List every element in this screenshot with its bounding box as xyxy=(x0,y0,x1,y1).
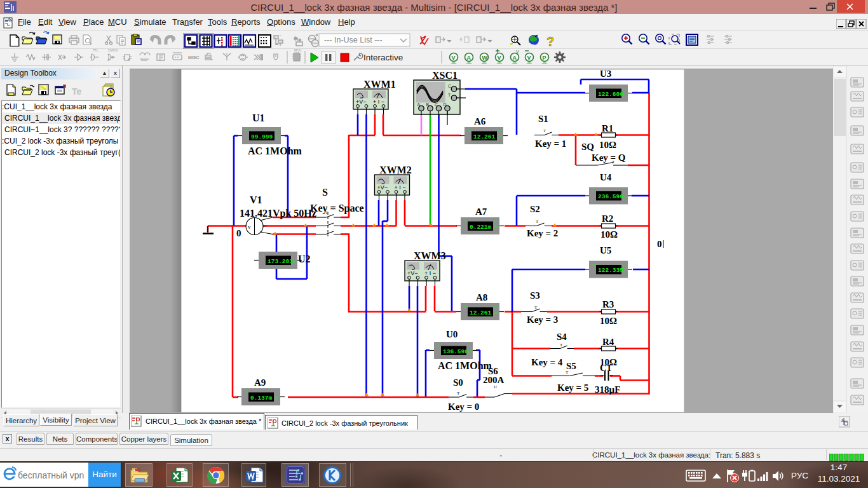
svg-text:MCU: MCU xyxy=(294,49,302,52)
svg-text:U4: U4 xyxy=(600,172,612,182)
svg-text:U5: U5 xyxy=(600,245,611,255)
svg-text:R1: R1 xyxy=(602,123,613,133)
svg-text:CMOS: CMOS xyxy=(108,49,118,52)
svg-text:+V−: +V− xyxy=(356,98,367,105)
svg-text:v: v xyxy=(248,224,251,230)
svg-text:A: A xyxy=(513,55,517,61)
svg-text:−: − xyxy=(494,303,497,309)
svg-text:318µF: 318µF xyxy=(595,384,620,395)
svg-text:−: − xyxy=(622,261,625,268)
svg-text:0.221m: 0.221m xyxy=(470,224,492,231)
svg-text:Key = Space: Key = Space xyxy=(310,203,364,214)
svg-text:XWM1: XWM1 xyxy=(363,79,396,90)
svg-text:+: + xyxy=(592,262,595,268)
svg-text:Interactive: Interactive xyxy=(363,53,403,62)
svg-text:A: A xyxy=(494,310,498,316)
svg-text:T: T xyxy=(536,219,539,224)
svg-text:MISC: MISC xyxy=(188,55,200,60)
svg-text:+ I −: + I − xyxy=(395,184,406,191)
svg-text:W: W xyxy=(482,55,488,61)
svg-text:A: A xyxy=(498,134,502,140)
svg-text:S1: S1 xyxy=(538,114,548,124)
svg-text:SQ: SQ xyxy=(581,142,594,152)
svg-text:T: T xyxy=(534,305,538,310)
svg-text:10Ω: 10Ω xyxy=(600,229,618,240)
svg-text:+V−: +V− xyxy=(407,270,418,276)
svg-text:+: + xyxy=(245,389,248,395)
svg-text:U1: U1 xyxy=(252,112,265,123)
svg-text:V: V xyxy=(276,134,280,140)
svg-text:S5: S5 xyxy=(566,361,576,371)
svg-text:141.421Vpk 50Hz: 141.421Vpk 50Hz xyxy=(240,208,316,219)
svg-text:V: V xyxy=(623,194,627,200)
svg-text:−: − xyxy=(275,388,278,395)
svg-text:99.999: 99.999 xyxy=(251,133,273,140)
svg-text:Key = 0: Key = 0 xyxy=(448,402,479,412)
svg-text:A6: A6 xyxy=(474,116,486,126)
svg-text:S: S xyxy=(322,187,328,198)
svg-text:136.598: 136.598 xyxy=(443,348,468,355)
svg-text:S4: S4 xyxy=(557,332,567,342)
svg-text:V: V xyxy=(292,259,296,264)
svg-text:C: C xyxy=(435,102,438,107)
svg-text:+: + xyxy=(464,218,467,224)
svg-text:12.261: 12.261 xyxy=(470,309,492,316)
svg-text:+: + xyxy=(464,304,467,310)
svg-text:T: T xyxy=(543,128,546,133)
svg-text:Te: Te xyxy=(72,86,82,97)
svg-text:A9: A9 xyxy=(254,377,266,388)
svg-text:S0: S0 xyxy=(453,377,463,388)
svg-text:+: + xyxy=(592,85,595,92)
svg-text:AC 1MOhm: AC 1MOhm xyxy=(438,360,492,371)
svg-text:+: + xyxy=(245,128,248,134)
svg-text:V: V xyxy=(452,55,456,61)
svg-text:XSC1: XSC1 xyxy=(432,70,458,81)
svg-text:AC 1MOhm: AC 1MOhm xyxy=(248,146,302,156)
svg-text:−: − xyxy=(467,342,470,348)
svg-text:+V−: +V− xyxy=(377,184,388,191)
svg-text:−: − xyxy=(622,187,625,194)
svg-text:V1: V1 xyxy=(250,194,262,205)
svg-text:U3: U3 xyxy=(600,69,611,79)
svg-text:+: + xyxy=(437,342,440,349)
svg-text:R4: R4 xyxy=(602,337,614,347)
svg-text:+: + xyxy=(262,252,265,259)
svg-text:?: ? xyxy=(546,34,554,48)
svg-text:U0: U0 xyxy=(446,329,458,339)
svg-text:−: − xyxy=(498,127,501,133)
svg-text:A7: A7 xyxy=(475,207,487,217)
svg-text:0.137m: 0.137m xyxy=(250,395,273,402)
svg-text:A8: A8 xyxy=(476,292,487,302)
svg-text:Key = Q: Key = Q xyxy=(592,152,626,163)
svg-text:S3: S3 xyxy=(530,290,540,301)
svg-text:122.335: 122.335 xyxy=(598,267,623,274)
svg-text:D: D xyxy=(444,102,447,107)
svg-text:+: + xyxy=(592,188,595,194)
svg-text:0: 0 xyxy=(236,228,241,238)
svg-text:Key = 2: Key = 2 xyxy=(527,228,558,238)
svg-text:R2: R2 xyxy=(602,214,613,224)
svg-text:A: A xyxy=(494,224,498,230)
svg-text:A: A xyxy=(467,55,471,61)
svg-text:V: V xyxy=(468,349,471,355)
svg-text:P: P xyxy=(543,55,546,61)
svg-text:−: − xyxy=(622,85,625,91)
svg-text:XWM2: XWM2 xyxy=(379,165,412,175)
svg-text:R3: R3 xyxy=(602,299,614,309)
svg-text:U: U xyxy=(494,384,497,390)
svg-text:122.606: 122.606 xyxy=(598,91,623,98)
svg-text:A: A xyxy=(417,102,421,107)
svg-text:Key = 5: Key = 5 xyxy=(557,383,588,393)
svg-text:--- In-Use List ---: --- In-Use List --- xyxy=(324,36,383,44)
svg-text:V: V xyxy=(527,55,531,61)
svg-text:173.203: 173.203 xyxy=(268,258,293,265)
svg-text:+: + xyxy=(468,128,471,134)
svg-text:−: − xyxy=(292,252,295,258)
svg-text:T: T xyxy=(560,342,563,348)
svg-text:10Ω: 10Ω xyxy=(599,140,616,150)
svg-text:A: A xyxy=(275,395,279,401)
svg-text:T: T xyxy=(448,93,451,97)
svg-text:Key = 1: Key = 1 xyxy=(535,139,566,149)
svg-text:+ I −: + I − xyxy=(424,270,436,276)
svg-text:200A: 200A xyxy=(483,375,505,385)
